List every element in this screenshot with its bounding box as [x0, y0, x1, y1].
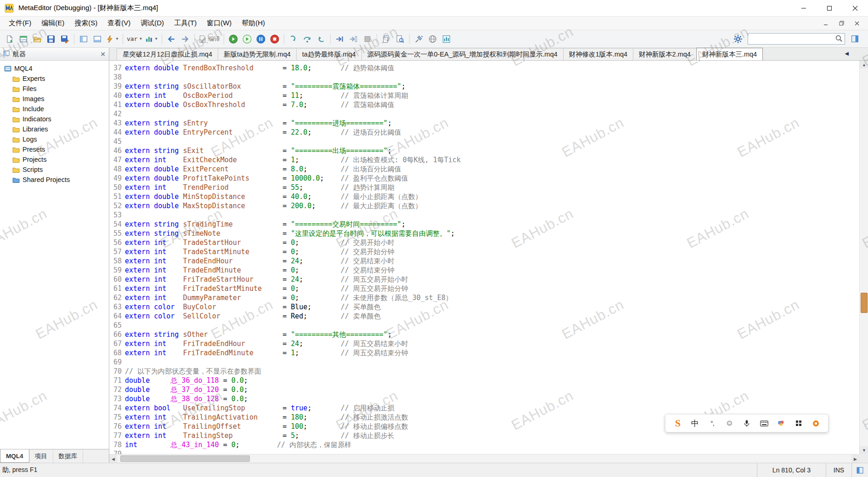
bottom-tab-2[interactable]: 项目	[29, 449, 53, 463]
code-text[interactable]: extern double ProfitTakePoints = 10000.0…	[125, 174, 408, 183]
microphone-icon[interactable]	[741, 417, 752, 430]
search-icon[interactable]	[835, 34, 843, 45]
compile-button[interactable]: 编译	[197, 32, 221, 46]
keyboard-icon[interactable]	[759, 417, 770, 430]
file-tab-4[interactable]: 源码源码黄金一次一单0-EA_源码_增加授权和到期时间显示.mq4	[361, 48, 564, 60]
toolbox-grid-icon[interactable]	[793, 417, 804, 430]
find-in-files-button[interactable]	[393, 32, 407, 46]
file-tab-3[interactable]: ta趋势最终版.mq4	[296, 48, 362, 60]
save-all-button[interactable]	[58, 32, 72, 46]
code-text[interactable]: extern int FriTradeEndMinute = 1; // 周五交…	[125, 348, 408, 358]
menu-help[interactable]: 帮助(H)	[237, 17, 270, 29]
navigator-close-icon[interactable]: ✕	[100, 51, 106, 58]
tree-item-mql4[interactable]: MQL4	[0, 63, 109, 74]
tree-item-logs[interactable]: Logs	[0, 134, 109, 144]
code-text[interactable]: extern color BuyColor = Blue; // 买单颜色	[125, 302, 381, 312]
navigator-toggle-button[interactable]	[77, 32, 90, 46]
code-text[interactable]: extern double ExitPercent = 8.0; // 出场百分…	[125, 165, 401, 174]
menu-edit[interactable]: 编辑(E)	[36, 17, 69, 29]
scroll-right-icon[interactable]: ▶	[851, 454, 859, 463]
code-text[interactable]: extern int TrailingActivation = 180; // …	[125, 413, 408, 422]
menu-search[interactable]: 搜索(S)	[69, 17, 102, 29]
file-tab-7[interactable]: 财神新版本三.mq4	[696, 48, 763, 61]
scroll-left-icon[interactable]: ◀	[109, 454, 117, 463]
code-text[interactable]: extern double OscBoxThreshold = 7.0; // …	[125, 100, 395, 109]
code-text[interactable]: extern double EntryPercent = 22.0; // 进场…	[125, 128, 401, 137]
bottom-tab-3[interactable]: 数据库	[53, 449, 84, 463]
window-minimize-button[interactable]	[791, 0, 817, 16]
vertical-scroll-thumb[interactable]	[861, 293, 868, 313]
tree-item-indicators[interactable]: Indicators	[0, 114, 109, 124]
code-text[interactable]: double 总_36_do_118 = 0.0;	[125, 376, 248, 385]
goto-definition-button[interactable]	[333, 32, 347, 46]
medal-icon[interactable]	[810, 417, 821, 430]
new-file-button[interactable]	[3, 32, 17, 46]
tree-item-presets[interactable]: Presets	[0, 144, 109, 154]
goto-line-button[interactable]	[347, 32, 361, 46]
code-text[interactable]: extern bool UseTrailingStop = true; // 启…	[125, 403, 395, 413]
tree-item-include[interactable]: Include	[0, 104, 109, 114]
step-over-button[interactable]	[300, 32, 314, 46]
tree-item-shared-projects[interactable]: Shared Projects	[0, 175, 109, 185]
step-into-button[interactable]	[287, 32, 300, 46]
copy-button[interactable]	[379, 32, 393, 46]
code-text[interactable]: extern string sOther = "=========其他=====…	[125, 330, 392, 339]
debug-start-button[interactable]	[226, 32, 240, 46]
child-close-button[interactable]	[852, 19, 862, 28]
window-close-button[interactable]	[842, 0, 868, 16]
code-text[interactable]: extern int FriTradeEndHour = 24; // 周五交易…	[125, 339, 408, 348]
code-text[interactable]: extern double MinStopDistance = 40.0; //…	[125, 192, 422, 201]
horizontal-scrollbar[interactable]: ◀ ▶	[109, 454, 859, 463]
window-maximize-button[interactable]	[817, 0, 842, 16]
code-text[interactable]: extern string sOscillatorBox = "========…	[125, 82, 406, 91]
code-editor[interactable]: 37extern double TrendBoxThreshold = 18.0…	[109, 61, 859, 454]
tree-item-projects[interactable]: Projects	[0, 154, 109, 165]
tab-scroll-left-icon[interactable]: ◀	[845, 51, 849, 57]
bottom-tab-1[interactable]: MQL4	[0, 449, 29, 463]
ime-punctuation-icon[interactable]: °,	[707, 417, 718, 430]
code-text[interactable]: extern int FriTradeStartHour = 24; // 周五…	[125, 275, 408, 284]
code-text[interactable]: // 以下为内部状态变量，不显示在参数界面	[125, 367, 261, 376]
layout-button[interactable]	[848, 32, 862, 46]
emoji-icon[interactable]: ☺	[724, 417, 735, 430]
tree-item-experts[interactable]: Experts	[0, 74, 109, 84]
code-text[interactable]: double 总_38_do_128 = 0.0;	[125, 394, 248, 403]
navigate-back-button[interactable]	[164, 32, 178, 46]
skin-palette-icon[interactable]	[776, 417, 787, 430]
sogou-logo-icon[interactable]: S	[672, 417, 683, 430]
debug-stop-button[interactable]	[268, 32, 282, 46]
scroll-up-icon[interactable]: ▲	[860, 61, 868, 68]
code-text[interactable]: extern string sExit = "=========出场======…	[125, 146, 392, 155]
code-text[interactable]: extern color SellColor = Red; // 卖单颜色	[125, 312, 381, 321]
attach-process-button[interactable]	[412, 32, 426, 46]
snippets-dropdown[interactable]: var ▼	[125, 32, 144, 46]
tree-item-libraries[interactable]: Libraries	[0, 124, 109, 134]
menu-view[interactable]: 查看(V)	[102, 17, 135, 29]
code-text[interactable]: extern int TradeEndMinute = 0; // 交易结束分钟	[125, 266, 395, 275]
file-tab-1[interactable]: 星突破12月12日虚拟止损.mq4	[117, 48, 218, 60]
file-tab-5[interactable]: 财神修改1版本.mq4	[563, 48, 633, 60]
code-text[interactable]: extern string sTimeNote = "这里设定的是平台时间，可以…	[125, 229, 455, 238]
vertical-scrollbar[interactable]: ▲ ▼	[859, 61, 868, 454]
code-text[interactable]: extern int TradeStartMinute = 0; // 交易开始…	[125, 247, 395, 256]
toolbox-toggle-button[interactable]	[90, 32, 104, 46]
code-text[interactable]: extern double TrendBoxThreshold = 18.0; …	[125, 63, 395, 73]
settings-button[interactable]	[731, 32, 745, 46]
menu-debug[interactable]: 调试(D)	[135, 17, 169, 29]
code-text[interactable]: extern string sEntry = "=========进场=====…	[125, 119, 392, 128]
file-tab-2[interactable]: 新版ta趋势无限制.mq4	[218, 48, 297, 60]
tree-item-files[interactable]: Files	[0, 84, 109, 94]
search-input[interactable]	[748, 33, 845, 45]
debug-pause-button[interactable]	[254, 32, 268, 46]
code-text[interactable]: extern int DummyParameter = 0; // 未使用参数（…	[125, 293, 452, 302]
code-text[interactable]: extern int TrendPeriod = 55; // 趋势计算周期	[125, 183, 395, 192]
save-button[interactable]	[44, 32, 58, 46]
indicators-dropdown[interactable]: ▼	[144, 32, 159, 46]
debug-resume-button[interactable]	[240, 32, 254, 46]
navigate-forward-button[interactable]	[178, 32, 192, 46]
horizontal-scroll-thumb[interactable]	[120, 455, 250, 462]
code-text[interactable]: extern int TradeStartHour = 0; // 交易开始小时	[125, 238, 395, 247]
breakpoint-disabled-button[interactable]	[361, 32, 374, 46]
file-tab-6[interactable]: 财神新版本2.mq4	[633, 48, 697, 60]
open-file-button[interactable]	[30, 32, 44, 46]
